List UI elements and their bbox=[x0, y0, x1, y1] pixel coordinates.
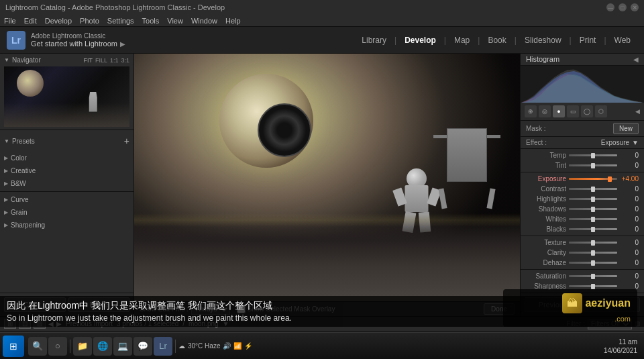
temp-thumb[interactable] bbox=[591, 153, 595, 158]
clarity-label: Clarity bbox=[526, 249, 566, 256]
preset-group-creative-header[interactable]: ▶ Creative bbox=[4, 166, 129, 176]
zoom-fit[interactable]: FIT bbox=[83, 57, 93, 64]
taskbar-search-icon[interactable]: 🔍 bbox=[28, 337, 47, 356]
spot-removal-tool[interactable]: ◎ bbox=[539, 105, 551, 117]
logo-arrow-icon[interactable]: ▶ bbox=[120, 40, 125, 48]
view-compare-icon[interactable]: ⊟ bbox=[34, 319, 46, 329]
texture-track[interactable] bbox=[569, 242, 617, 244]
tab-slideshow[interactable]: Slideshow bbox=[518, 33, 568, 48]
highlights-thumb[interactable] bbox=[591, 197, 595, 202]
slider-dehaze: Dehaze 0 bbox=[521, 258, 644, 268]
menu-photo[interactable]: Photo bbox=[80, 17, 99, 25]
tab-book[interactable]: Book bbox=[481, 33, 513, 48]
saturation-thumb[interactable] bbox=[591, 274, 595, 279]
sharpness-track[interactable] bbox=[569, 285, 617, 287]
slider-exposure: Exposure +4.00 bbox=[521, 174, 644, 184]
effect-dropdown[interactable]: Exposure ▼ bbox=[601, 139, 639, 146]
tab-map[interactable]: Map bbox=[447, 33, 476, 48]
adjustment-brush-tool[interactable]: ● bbox=[553, 105, 565, 117]
dehaze-thumb[interactable] bbox=[591, 260, 595, 266]
collapse-right-panel[interactable]: ◀ bbox=[635, 108, 640, 115]
menu-settings[interactable]: Settings bbox=[107, 17, 134, 25]
presets-collapse-icon[interactable]: ▼ bbox=[4, 138, 9, 144]
saturation-track[interactable] bbox=[569, 275, 617, 277]
new-mask-button[interactable]: New bbox=[613, 123, 639, 134]
menu-help[interactable]: Help bbox=[225, 17, 241, 25]
preset-group-color-header[interactable]: ▶ Color bbox=[4, 153, 129, 163]
navigator-collapse-icon[interactable]: ▼ bbox=[4, 57, 9, 63]
highlights-track[interactable] bbox=[569, 198, 617, 200]
blacks-track[interactable] bbox=[569, 228, 617, 230]
crop-tool[interactable]: ⊕ bbox=[525, 105, 537, 117]
blacks-thumb[interactable] bbox=[591, 227, 595, 232]
dehaze-track[interactable] bbox=[569, 262, 617, 264]
tint-track[interactable] bbox=[569, 164, 617, 166]
menu-tools[interactable]: Tools bbox=[142, 17, 160, 25]
temp-track[interactable] bbox=[569, 154, 617, 156]
tab-web[interactable]: Web bbox=[608, 33, 637, 48]
tab-develop[interactable]: Develop bbox=[398, 33, 443, 48]
menu-develop[interactable]: Develop bbox=[45, 17, 72, 25]
taskbar-teams-icon[interactable]: 💬 bbox=[133, 337, 152, 356]
navigator-preview[interactable] bbox=[4, 66, 129, 127]
hsl-tool[interactable]: ⬡ bbox=[595, 105, 607, 117]
zoom-1to1[interactable]: 1:1 bbox=[110, 57, 119, 64]
taskbar-vscode-icon[interactable]: 💻 bbox=[113, 337, 132, 356]
tint-thumb[interactable] bbox=[591, 163, 595, 168]
network-icon[interactable]: 📶 bbox=[233, 342, 241, 350]
nav-prev-icon[interactable]: ◀ bbox=[48, 320, 54, 327]
taskbar-lr-icon[interactable]: Lr bbox=[154, 337, 172, 356]
sharpness-thumb[interactable] bbox=[591, 284, 595, 289]
texture-thumb[interactable] bbox=[591, 240, 595, 246]
taskbar-clock[interactable]: 11 am 14/06/2021 bbox=[604, 338, 641, 355]
taskbar-cortana-icon[interactable]: ○ bbox=[48, 337, 67, 356]
preset-group-bw-header[interactable]: ▶ B&W bbox=[4, 178, 129, 189]
close-button[interactable]: ✕ bbox=[631, 3, 639, 11]
window-title: Lightroom Catalog - Adobe Photoshop Ligh… bbox=[5, 3, 225, 11]
volume-icon[interactable]: 🔊 bbox=[223, 342, 231, 350]
graduated-filter-tool[interactable]: ▭ bbox=[567, 105, 579, 117]
zoom-3to1[interactable]: 3:1 bbox=[121, 57, 129, 64]
menu-window[interactable]: Window bbox=[191, 17, 217, 25]
preset-group-curve-header[interactable]: ▶ Curve bbox=[4, 195, 129, 205]
contrast-thumb[interactable] bbox=[591, 187, 595, 192]
presets-add-button[interactable]: + bbox=[124, 136, 129, 146]
contrast-label: Contrast bbox=[526, 185, 566, 193]
clarity-thumb[interactable] bbox=[591, 250, 595, 256]
taskbar-separator-1 bbox=[70, 340, 70, 353]
histogram-collapse-icon[interactable]: ◀ bbox=[633, 56, 639, 63]
shadows-track[interactable] bbox=[569, 208, 617, 210]
minimize-button[interactable]: — bbox=[606, 3, 614, 11]
paste-button[interactable]: Paste bbox=[68, 297, 130, 312]
contrast-track[interactable] bbox=[569, 188, 617, 190]
exposure-thumb[interactable] bbox=[608, 176, 612, 182]
dehaze-value: 0 bbox=[620, 259, 639, 266]
tab-print[interactable]: Print bbox=[573, 33, 603, 48]
taskbar-explorer-icon[interactable]: 📁 bbox=[73, 337, 92, 356]
taskbar-chrome-icon[interactable]: 🌐 bbox=[93, 337, 112, 356]
copy-button[interactable]: Copy... bbox=[4, 297, 66, 312]
exposure-track[interactable] bbox=[569, 178, 617, 180]
tab-library[interactable]: Library bbox=[355, 33, 393, 48]
menu-view[interactable]: View bbox=[167, 17, 183, 25]
shadows-thumb[interactable] bbox=[591, 207, 595, 212]
zoom-fill[interactable]: FILL bbox=[95, 57, 107, 64]
clarity-track[interactable] bbox=[569, 252, 617, 254]
menu-file[interactable]: File bbox=[4, 17, 16, 25]
nav-next-icon[interactable]: ▶ bbox=[56, 320, 62, 327]
view-loupe-icon[interactable]: ⊡ bbox=[19, 319, 31, 329]
radial-filter-tool[interactable]: ◯ bbox=[581, 105, 593, 117]
battery-icon[interactable]: ⚡ bbox=[244, 342, 252, 350]
show-mask-checkbox[interactable] bbox=[237, 305, 246, 313]
maximize-button[interactable]: □ bbox=[619, 3, 627, 11]
whites-track[interactable] bbox=[569, 218, 617, 220]
preset-group-sharpening-header[interactable]: ▶ Sharpening bbox=[4, 220, 129, 230]
edit-pins-select[interactable]: Always Auto Never bbox=[191, 304, 230, 315]
blacks-label: Blacks bbox=[526, 225, 566, 233]
start-button[interactable]: ⊞ bbox=[3, 336, 24, 357]
view-grid-icon[interactable]: ⊞ bbox=[4, 319, 16, 329]
preset-group-grain-header[interactable]: ▶ Grain bbox=[4, 207, 129, 217]
menu-edit[interactable]: Edit bbox=[24, 17, 37, 25]
whites-thumb[interactable] bbox=[591, 217, 595, 222]
dropdown-arrow-file[interactable]: ▼ bbox=[223, 320, 229, 327]
